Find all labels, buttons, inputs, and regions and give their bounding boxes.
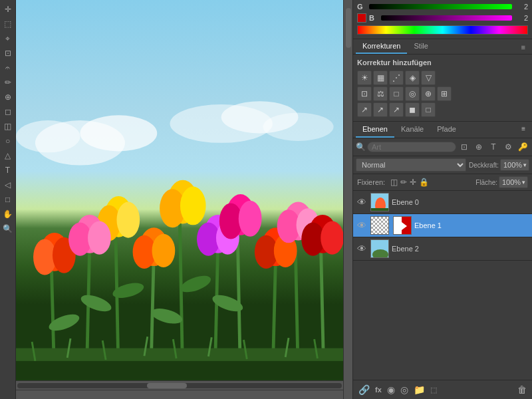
corrections-icons-row3: ↗ ↗ ↗ ◼ □ <box>357 102 528 117</box>
tool-shape[interactable]: □ <box>1 193 15 206</box>
tab-stile[interactable]: Stile <box>407 39 434 54</box>
add-adjustment-icon[interactable]: ◎ <box>399 383 410 396</box>
v-scrollbar-thumb[interactable] <box>346 8 351 48</box>
tool-eyedropper[interactable]: 𝄐 <box>1 61 15 74</box>
g-label: G <box>357 3 366 11</box>
correction-levels[interactable]: ▦ <box>373 70 388 85</box>
layer-filter-btn2[interactable]: ⊕ <box>472 140 485 154</box>
new-layer-icon[interactable]: ⬚ <box>429 384 438 396</box>
tab-korrekturen[interactable]: Korrekturen <box>356 39 407 54</box>
layer-search-input[interactable] <box>372 143 452 151</box>
layer-2-visibility[interactable]: 👁 <box>356 243 368 254</box>
correction-brightness[interactable]: ☀ <box>357 70 372 85</box>
svg-rect-65 <box>371 208 389 211</box>
svg-point-51 <box>321 221 343 255</box>
canvas-scrollbar-h[interactable] <box>16 380 343 390</box>
layer-item-0[interactable]: 👁 Ebene 0 <box>353 191 532 214</box>
g-slider[interactable] <box>369 4 512 9</box>
lock-all-icon[interactable]: 🔒 <box>419 178 429 187</box>
tab-pfade[interactable]: Pfade <box>430 122 463 138</box>
layer-filter-btn5[interactable]: 🔑 <box>516 140 529 154</box>
correction-curves[interactable]: ⋰ <box>389 70 404 85</box>
svg-point-19 <box>150 306 184 327</box>
canvas-vscroll[interactable] <box>343 0 352 399</box>
add-mask-icon[interactable]: ◉ <box>386 383 396 396</box>
tool-brush[interactable]: ✏ <box>1 76 15 89</box>
canvas-container[interactable] <box>16 0 343 380</box>
link-layers-icon[interactable]: 🔗 <box>357 383 371 396</box>
blend-mode-select[interactable]: Normal Multiplizieren Abdunkeln Aufhelle… <box>356 158 466 172</box>
layer-filter-btn4[interactable]: ⚙ <box>501 140 515 154</box>
tool-move[interactable]: ✛ <box>1 3 15 16</box>
layer-2-name: Ebene 2 <box>392 245 529 253</box>
correction-invert[interactable]: ↗ <box>357 102 372 117</box>
tool-path-select[interactable]: ◁ <box>1 178 15 192</box>
lock-pixels-icon[interactable]: ✏ <box>400 178 407 187</box>
svg-point-17 <box>79 292 114 315</box>
tool-pen[interactable]: △ <box>1 149 15 162</box>
correction-color-lookup[interactable]: ⊞ <box>437 86 452 101</box>
opacity-label: Deckkraft: <box>469 162 499 169</box>
canvas-status-bar <box>16 390 343 399</box>
layer-search-bar[interactable] <box>367 142 456 152</box>
spectrum-strip[interactable] <box>357 25 528 35</box>
tool-select[interactable]: ⬚ <box>1 17 15 31</box>
color-g-row: G 2 <box>357 3 528 11</box>
tool-hand[interactable]: ✋ <box>1 207 15 221</box>
tool-type[interactable]: T <box>1 164 15 177</box>
opacity-value[interactable]: 100% ▼ <box>500 159 529 171</box>
svg-point-42 <box>239 201 262 237</box>
correction-threshold[interactable]: ↗ <box>389 102 404 117</box>
h-scrollbar-track <box>17 383 342 388</box>
tool-zoom[interactable]: 🔍 <box>1 222 15 235</box>
correction-bw[interactable]: □ <box>389 86 404 101</box>
canvas-image[interactable] <box>16 0 343 380</box>
layer-1-visibility[interactable]: 👁 <box>356 220 368 231</box>
correction-gradient-map[interactable]: ◼ <box>405 102 420 117</box>
search-icon: 🔍 <box>356 142 366 152</box>
h-scrollbar-thumb[interactable] <box>147 383 187 388</box>
tool-dodge[interactable]: ○ <box>1 134 15 148</box>
correction-hsl[interactable]: ⊡ <box>357 86 372 101</box>
correction-exposure[interactable]: ◈ <box>405 70 420 85</box>
main-area: ✛ ⬚ ⌖ ⊡ 𝄐 ✏ ⊕ ◻ ◫ ○ △ T ◁ □ ✋ 🔍 <box>0 0 532 399</box>
corrections-panel-menu[interactable]: ≡ <box>517 41 529 54</box>
layer-item-2[interactable]: 👁 Ebene 2 <box>353 237 532 261</box>
layers-list: 👁 Ebene 0 👁 <box>353 191 532 380</box>
layers-panel-menu[interactable]: ≡ <box>517 122 529 138</box>
layers-panel: Ebenen Kanäle Pfade ≡ 🔍 ⊡ ⊕ T ⚙ 🔑 <box>353 122 532 399</box>
lock-transparent-icon[interactable]: ◫ <box>390 178 398 187</box>
correction-balance[interactable]: ⚖ <box>373 86 388 101</box>
correction-vibrance[interactable]: ▽ <box>421 70 436 85</box>
delete-layer-icon[interactable]: 🗑 <box>516 383 528 396</box>
layer-style-icon[interactable]: fx <box>374 384 383 395</box>
right-panel: G 2 B 2 Korrekturen Stile ≡ <box>352 0 532 399</box>
tab-ebenen[interactable]: Ebenen <box>356 122 394 138</box>
layer-filter-btn3[interactable]: T <box>487 140 500 154</box>
correction-photo-filter[interactable]: ◎ <box>405 86 420 101</box>
layer-0-visibility[interactable]: 👁 <box>356 197 368 207</box>
layer-filter-btn1[interactable]: ⊡ <box>458 140 471 154</box>
corrections-tabs: Korrekturen Stile ≡ <box>353 39 532 55</box>
layer-1-name: Ebene 1 <box>414 221 529 229</box>
corrections-icons-row1: ☀ ▦ ⋰ ◈ ▽ <box>357 70 528 85</box>
correction-selective-color[interactable]: □ <box>421 102 436 117</box>
fill-label: Fläche: <box>475 179 497 186</box>
layer-1-mask <box>393 216 412 235</box>
svg-point-36 <box>180 187 206 225</box>
new-group-icon[interactable]: 📁 <box>412 383 426 396</box>
svg-rect-53 <box>16 361 343 380</box>
tab-kanaele[interactable]: Kanäle <box>394 122 430 138</box>
lock-position-icon[interactable]: ✛ <box>410 178 416 187</box>
layer-item-1[interactable]: 👁 Ebene 1 <box>353 214 532 237</box>
lock-row: Fixieren: ◫ ✏ ✛ 🔒 Fläche: 100% ▼ <box>353 174 532 191</box>
correction-posterize[interactable]: ↗ <box>373 102 388 117</box>
correction-channel-mixer[interactable]: ⊕ <box>421 86 436 101</box>
tool-gradient[interactable]: ◫ <box>1 120 15 133</box>
tool-clone[interactable]: ⊕ <box>1 90 15 104</box>
b-slider[interactable] <box>381 15 512 21</box>
tool-crop[interactable]: ⊡ <box>1 47 15 60</box>
tool-lasso[interactable]: ⌖ <box>1 32 15 45</box>
fill-value[interactable]: 100% ▼ <box>499 176 528 188</box>
tool-eraser[interactable]: ◻ <box>1 105 15 118</box>
